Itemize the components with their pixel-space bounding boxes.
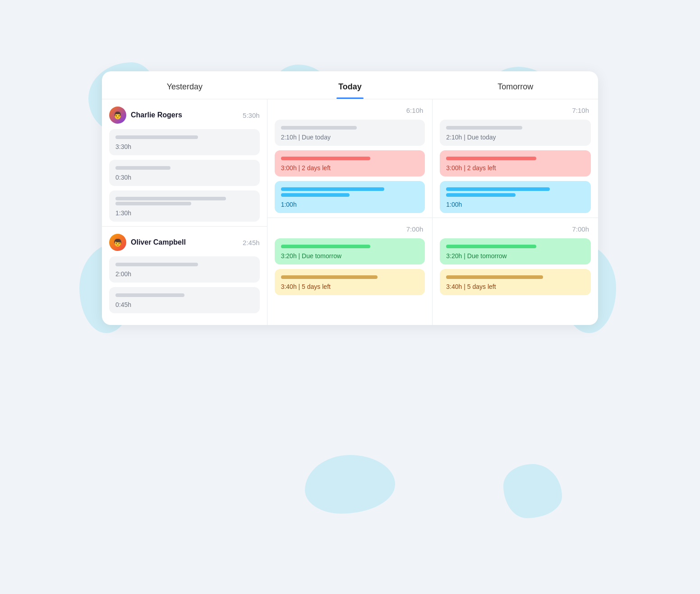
col-header-tomorrow[interactable]: Tomorrow (433, 71, 598, 99)
oliver-hours-yesterday: 2:45h (243, 239, 260, 246)
oliver-today-task-1[interactable]: 3:20h | Due tomorrow (275, 238, 425, 265)
charlie-today-task-1-meta: 2:10h | Due today (281, 134, 331, 141)
charlie-hours-today: 6:10h (275, 107, 425, 114)
charlie-today-task-3[interactable]: 1:00h (275, 181, 425, 213)
oliver-yesterday: 👦 Oliver Campbell 2:45h 2:00h 0:45h (109, 234, 260, 313)
charlie-tomorrow-task-2[interactable]: 3:00h | 2 days left (440, 150, 591, 176)
divider-today (267, 218, 433, 218)
charlie-tomorrow-task-2-meta: 3:00h | 2 days left (446, 164, 496, 172)
charlie-yesterday-task-1-meta: 3:30h (115, 143, 131, 150)
charlie-tomorrow-task-3[interactable]: 1:00h (440, 181, 591, 213)
charlie-yesterday-task-2-meta: 0:30h (115, 174, 131, 181)
oliver-hours-tomorrow: 7:00h (440, 225, 591, 233)
charlie-yesterday-task-3-meta: 1:30h (115, 209, 131, 217)
charlie-yesterday-task-2[interactable]: 0:30h (109, 160, 260, 186)
charlie-yesterday: 👨 Charlie Rogers 5:30h 3:30h 0:30h (109, 107, 260, 222)
oliver-today-task-2[interactable]: 3:40h | 5 days left (275, 269, 425, 295)
charlie-today-task-3-meta: 1:00h (281, 201, 297, 208)
main-grid: 👨 Charlie Rogers 5:30h 3:30h 0:30h (102, 99, 598, 325)
oliver-yesterday-task-1-meta: 2:00h (115, 270, 131, 278)
column-headers: Yesterday Today Tomorrow (102, 71, 598, 99)
col-yesterday: 👨 Charlie Rogers 5:30h 3:30h 0:30h (102, 99, 267, 325)
oliver-yesterday-task-2-meta: 0:45h (115, 301, 131, 308)
oliver-tomorrow-task-1[interactable]: 3:20h | Due tomorrow (440, 238, 591, 265)
blob-bottom-center (305, 455, 395, 514)
blob-bottom-right (503, 464, 562, 518)
charlie-today-task-2-meta: 3:00h | 2 days left (281, 164, 331, 172)
col-header-yesterday-label: Yesterday (167, 82, 203, 91)
oliver-yesterday-task-1[interactable]: 2:00h (109, 256, 260, 283)
oliver-tomorrow-task-2[interactable]: 3:40h | 5 days left (440, 269, 591, 295)
col-header-yesterday[interactable]: Yesterday (102, 71, 267, 99)
charlie-hours-tomorrow: 7:10h (440, 107, 591, 114)
col-today: 6:10h 2:10h | Due today 3:00h | 2 days l… (267, 99, 433, 325)
col-header-today[interactable]: Today (267, 71, 433, 99)
col-header-today-label: Today (338, 82, 362, 91)
charlie-tomorrow-task-1[interactable]: 2:10h | Due today (440, 120, 591, 146)
oliver-tomorrow-task-2-meta: 3:40h | 5 days left (446, 283, 496, 290)
charlie-yesterday-task-1[interactable]: 3:30h (109, 129, 260, 155)
charlie-tomorrow-task-3-meta: 1:00h (446, 201, 462, 208)
oliver-name: Oliver Campbell (131, 238, 238, 246)
oliver-today-task-1-meta: 3:20h | Due tomorrow (281, 252, 341, 260)
oliver-tomorrow-task-1-meta: 3:20h | Due tomorrow (446, 252, 507, 260)
divider-yesterday (102, 226, 267, 227)
charlie-yesterday-task-3[interactable]: 1:30h (109, 190, 260, 222)
oliver-today-task-2-meta: 3:40h | 5 days left (281, 283, 331, 290)
col-header-tomorrow-label: Tomorrow (497, 82, 533, 91)
charlie-avatar: 👨 (109, 107, 126, 124)
charlie-today-task-2[interactable]: 3:00h | 2 days left (275, 150, 425, 176)
oliver-tomorrow: 7:00h 3:20h | Due tomorrow 3:40h | 5 day… (440, 225, 591, 295)
charlie-hours-yesterday: 5:30h (243, 111, 260, 119)
oliver-hours-today: 7:00h (275, 225, 425, 233)
charlie-header: 👨 Charlie Rogers 5:30h (109, 107, 260, 124)
schedule-card: Yesterday Today Tomorrow 👨 Charlie Roger… (102, 71, 598, 325)
oliver-today: 7:00h 3:20h | Due tomorrow 3:40h | 5 day… (275, 225, 425, 295)
charlie-today-task-1[interactable]: 2:10h | Due today (275, 120, 425, 146)
oliver-yesterday-task-2[interactable]: 0:45h (109, 287, 260, 313)
oliver-header: 👦 Oliver Campbell 2:45h (109, 234, 260, 251)
charlie-name: Charlie Rogers (131, 111, 238, 119)
col-tomorrow: 7:10h 2:10h | Due today 3:00h | 2 days l… (433, 99, 598, 325)
charlie-tomorrow-task-1-meta: 2:10h | Due today (446, 134, 496, 141)
charlie-today: 6:10h 2:10h | Due today 3:00h | 2 days l… (275, 107, 425, 213)
oliver-avatar: 👦 (109, 234, 126, 251)
divider-tomorrow (433, 218, 598, 218)
charlie-tomorrow: 7:10h 2:10h | Due today 3:00h | 2 days l… (440, 107, 591, 213)
